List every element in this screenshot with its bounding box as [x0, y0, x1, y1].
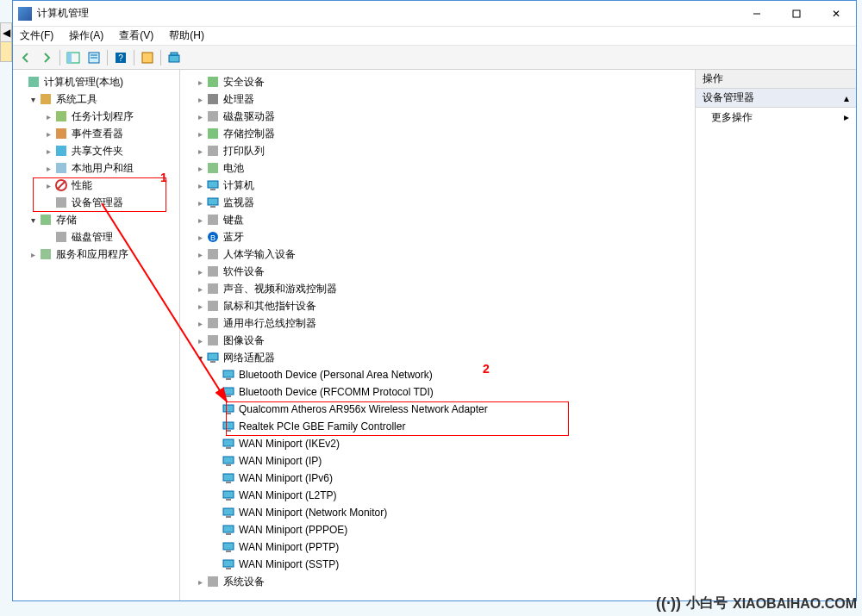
nav-forward-button[interactable] — [37, 48, 56, 67]
expand-arrow-icon[interactable] — [194, 233, 206, 242]
expand-arrow-icon[interactable] — [194, 319, 206, 328]
expand-arrow-icon[interactable] — [194, 302, 206, 311]
menu-action[interactable]: 操作(A) — [66, 27, 107, 45]
expand-arrow-icon[interactable] — [194, 146, 206, 156]
watermark: ((·)) 小白号 XIAOBAIHAO.COM — [656, 594, 857, 613]
device-tree-item[interactable]: 图像设备 — [180, 332, 695, 349]
device-tree-label: 蓝牙 — [223, 230, 244, 245]
collapse-icon: ▴ — [844, 92, 849, 104]
device-tree-item[interactable]: 人体学输入设备 — [180, 246, 695, 263]
menu-file[interactable]: 文件(F) — [16, 27, 57, 45]
expand-arrow-icon[interactable] — [27, 95, 39, 104]
device-tree-item[interactable]: 网络适配器 — [180, 349, 695, 366]
device-tree-item[interactable]: 磁盘驱动器 — [180, 108, 695, 125]
actions-section[interactable]: 设备管理器 ▴ — [696, 89, 856, 108]
device-tree-item[interactable]: Bluetooth Device (RFCOMM Protocol TDI) — [180, 383, 695, 401]
device-tree-label: 声音、视频和游戏控制器 — [223, 282, 337, 296]
expand-arrow-icon[interactable] — [42, 112, 54, 121]
console-tree-item[interactable]: 磁盘管理 — [13, 228, 179, 246]
console-tree-item[interactable]: 设备管理器 — [13, 194, 179, 211]
device-tree-item[interactable]: WAN Miniport (IKEv2) — [180, 435, 695, 452]
device-tree-item[interactable]: Bluetooth Device (Personal Area Network) — [180, 366, 695, 383]
svg-rect-68 — [226, 568, 231, 569]
expand-arrow-icon[interactable] — [194, 577, 206, 587]
console-tree-label: 存储 — [56, 213, 77, 227]
device-tree-label: 键盘 — [223, 213, 244, 227]
device-tree-item[interactable]: 安全设备 — [180, 73, 695, 90]
console-tree-item[interactable]: 计算机管理(本地) — [13, 73, 179, 90]
console-tree-item[interactable]: 存储 — [13, 211, 179, 228]
device-tree-item[interactable]: 监视器 — [180, 194, 695, 211]
console-tree-item[interactable]: 服务和应用程序 — [13, 246, 179, 263]
svg-line-19 — [57, 181, 66, 190]
console-tree-item[interactable]: 任务计划程序 — [13, 108, 179, 125]
expand-arrow-icon[interactable] — [194, 78, 206, 87]
expand-arrow-icon[interactable] — [194, 181, 206, 190]
menu-view[interactable]: 查看(V) — [116, 27, 157, 45]
expand-arrow-icon[interactable] — [42, 164, 54, 173]
expand-arrow-icon[interactable] — [42, 181, 54, 190]
device-tree-item[interactable]: 系统设备 — [180, 573, 695, 590]
scan-hardware-button[interactable] — [165, 48, 184, 67]
console-icon — [27, 75, 41, 89]
properties-button[interactable] — [84, 48, 103, 67]
device-tree-item[interactable]: 软件设备 — [180, 263, 695, 280]
minimize-button[interactable] — [737, 1, 777, 27]
expand-arrow-icon[interactable] — [194, 112, 206, 121]
svg-rect-29 — [208, 163, 218, 173]
device-tree-item[interactable]: WAN Miniport (SSTP) — [180, 556, 695, 573]
device-tree-item[interactable]: 处理器 — [180, 90, 695, 108]
device-tree-item[interactable]: 鼠标和其他指针设备 — [180, 297, 695, 314]
device-tree-item[interactable]: WAN Miniport (L2TP) — [180, 487, 695, 504]
console-tree-item[interactable]: 本地用户和组 — [13, 159, 179, 177]
svg-rect-69 — [208, 576, 218, 587]
device-tree-item[interactable]: 打印队列 — [180, 142, 695, 159]
help-button[interactable]: ? — [111, 48, 130, 67]
imaging-icon — [206, 333, 220, 347]
device-tree-item[interactable]: WAN Miniport (IPv6) — [180, 470, 695, 487]
device-tree-item[interactable]: B蓝牙 — [180, 228, 695, 246]
console-tree-item[interactable]: 性能 — [13, 177, 179, 194]
expand-arrow-icon[interactable] — [194, 164, 206, 173]
expand-arrow-icon[interactable] — [194, 95, 206, 104]
action-button[interactable] — [138, 48, 157, 67]
menu-help[interactable]: 帮助(H) — [166, 27, 208, 45]
show-hide-tree-button[interactable] — [64, 48, 83, 67]
device-tree-item[interactable]: 键盘 — [180, 211, 695, 228]
device-tree-item[interactable]: 声音、视频和游戏控制器 — [180, 280, 695, 297]
nav-back-button[interactable] — [16, 48, 35, 67]
device-tree-item[interactable]: WAN Miniport (PPPOE) — [180, 521, 695, 538]
expand-arrow-icon[interactable] — [194, 353, 206, 363]
more-actions[interactable]: 更多操作 ▸ — [696, 108, 856, 127]
console-tree-item[interactable]: 共享文件夹 — [13, 142, 179, 159]
console-tree[interactable]: 计算机管理(本地)系统工具任务计划程序事件查看器共享文件夹本地用户和组性能设备管… — [13, 70, 180, 600]
console-tree-item[interactable]: 系统工具 — [13, 90, 179, 108]
device-tree-item[interactable]: 通用串行总线控制器 — [180, 314, 695, 332]
expand-arrow-icon[interactable] — [27, 215, 39, 225]
console-tree-label: 磁盘管理 — [72, 230, 113, 245]
device-tree[interactable]: 安全设备处理器磁盘驱动器存储控制器打印队列电池计算机监视器键盘B蓝牙人体学输入设… — [180, 70, 696, 600]
expand-arrow-icon[interactable] — [42, 129, 54, 139]
device-tree-item[interactable]: 存储控制器 — [180, 125, 695, 142]
expand-arrow-icon[interactable] — [194, 129, 206, 139]
expand-arrow-icon[interactable] — [194, 284, 206, 294]
device-tree-item[interactable]: 计算机 — [180, 177, 695, 194]
maximize-button[interactable] — [777, 1, 816, 27]
close-button[interactable]: ✕ — [816, 1, 856, 27]
console-tree-item[interactable]: 事件查看器 — [13, 125, 179, 142]
expand-arrow-icon[interactable] — [194, 336, 206, 345]
device-tree-item[interactable]: Qualcomm Atheros AR956x Wireless Network… — [180, 401, 695, 418]
device-tree-item[interactable]: WAN Miniport (Network Monitor) — [180, 504, 695, 521]
expand-arrow-icon[interactable] — [194, 215, 206, 225]
svg-rect-26 — [208, 111, 218, 121]
expand-arrow-icon[interactable] — [42, 146, 54, 156]
device-tree-item[interactable]: Realtek PCIe GBE Family Controller — [180, 418, 695, 435]
device-tree-item[interactable]: 电池 — [180, 159, 695, 177]
expand-arrow-icon[interactable] — [194, 267, 206, 277]
device-tree-item[interactable]: WAN Miniport (IP) — [180, 452, 695, 470]
device-tree-item[interactable]: WAN Miniport (PPTP) — [180, 538, 695, 556]
expand-arrow-icon[interactable] — [27, 250, 39, 259]
titlebar: 计算机管理 ✕ — [13, 1, 856, 27]
expand-arrow-icon[interactable] — [194, 250, 206, 259]
expand-arrow-icon[interactable] — [194, 198, 206, 208]
